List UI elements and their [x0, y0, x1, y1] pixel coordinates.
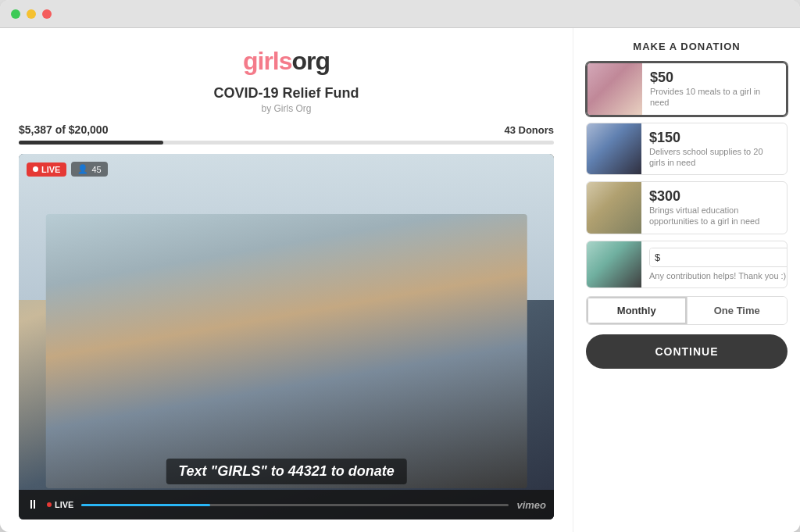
dot-red[interactable] — [42, 9, 52, 19]
custom-donation-option: $ USD Any contribution helps! Thank you … — [586, 241, 788, 288]
img-girl-books — [587, 123, 641, 175]
donation-image-300 — [587, 182, 641, 234]
live-badge-area: LIVE 👤 45 — [27, 162, 108, 177]
custom-desc: Any contribution helps! Thank you :) — [649, 270, 788, 281]
donation-info-300: $300 Brings virtual education opportunit… — [641, 182, 787, 234]
progress-amount: $5,387 of $20,000 — [19, 123, 108, 136]
right-panel: MAKE A DONATION $50 Provides 10 meals to… — [573, 28, 800, 532]
donation-image-custom — [587, 241, 641, 287]
video-caption: Text "GIRLS" to 44321 to donate — [166, 459, 406, 484]
donation-info-50: $50 Provides 10 meals to a girl in need — [642, 63, 786, 115]
progress-section: $5,387 of $20,000 43 Donors — [19, 123, 554, 136]
dollar-sign: $ — [650, 248, 665, 266]
vimeo-logo: vimeo — [516, 499, 546, 511]
left-panel: girlsorg COVID-19 Relief Fund by Girls O… — [0, 28, 573, 532]
donation-image-150 — [587, 123, 641, 175]
seek-bar[interactable] — [81, 504, 509, 506]
donation-desc-150: Delivers school supplies to 20 girls in … — [649, 146, 779, 169]
img-girl-meals — [588, 63, 642, 115]
live-dot-small — [47, 502, 52, 507]
campaign-subtitle: by Girls Org — [19, 103, 554, 114]
donation-desc-300: Brings virtual education opportunities t… — [649, 205, 779, 227]
video-people-bg — [45, 214, 527, 488]
donation-desc-50: Provides 10 meals to a girl in need — [650, 86, 778, 109]
donation-option-300[interactable]: $300 Brings virtual education opportunit… — [586, 181, 788, 234]
live-dot — [33, 166, 38, 172]
custom-amount-input[interactable] — [665, 248, 788, 266]
viewer-count: 👤 45 — [71, 162, 107, 177]
onetime-button[interactable]: One Time — [688, 297, 788, 324]
img-girl-laptop — [587, 241, 641, 287]
continue-button[interactable]: CONTINUE — [586, 334, 788, 369]
dot-yellow[interactable] — [27, 9, 36, 19]
donation-info-150: $150 Delivers school supplies to 20 girl… — [641, 123, 787, 175]
video-controls: ⏸ LIVE vimeo — [19, 490, 554, 520]
img-girl-education — [587, 182, 641, 234]
video-container[interactable]: LIVE 👤 45 Text "GIRLS" to 44321 to donat… — [19, 154, 554, 520]
live-label: LIVE — [41, 165, 60, 174]
donate-heading: MAKE A DONATION — [586, 41, 788, 52]
seek-fill — [81, 504, 209, 506]
live-indicator-label: LIVE — [55, 500, 73, 509]
donation-option-50[interactable]: $50 Provides 10 meals to a girl in need — [586, 62, 788, 116]
donation-image-50 — [588, 63, 642, 115]
logo: girlsorg — [243, 47, 330, 75]
live-button: LIVE — [27, 162, 66, 177]
titlebar — [0, 0, 800, 28]
dot-green[interactable] — [11, 9, 20, 19]
progress-bar-fill — [19, 141, 163, 145]
logo-org: org — [292, 47, 330, 75]
logo-girls: girls — [243, 47, 292, 75]
logo-area: girlsorg — [19, 47, 554, 76]
custom-amount-input-row: $ USD — [649, 248, 788, 267]
donors-count: 43 Donors — [504, 124, 554, 136]
viewer-number: 45 — [91, 165, 101, 174]
pause-button[interactable]: ⏸ — [27, 498, 39, 512]
live-indicator: LIVE — [47, 500, 73, 509]
donation-amount-300: $300 — [649, 188, 779, 205]
progress-bar-background — [19, 141, 554, 145]
monthly-button[interactable]: Monthly — [587, 297, 687, 324]
person-icon: 👤 — [77, 164, 88, 174]
main-content: girlsorg COVID-19 Relief Fund by Girls O… — [0, 28, 800, 532]
custom-donation-right: $ USD Any contribution helps! Thank you … — [641, 241, 788, 287]
frequency-toggle: Monthly One Time — [586, 296, 788, 325]
donation-amount-150: $150 — [649, 130, 779, 146]
campaign-title: COVID-19 Relief Fund — [19, 85, 554, 102]
donation-option-150[interactable]: $150 Delivers school supplies to 20 girl… — [586, 123, 788, 176]
app-window: girlsorg COVID-19 Relief Fund by Girls O… — [0, 0, 800, 532]
donation-amount-50: $50 — [650, 70, 778, 86]
